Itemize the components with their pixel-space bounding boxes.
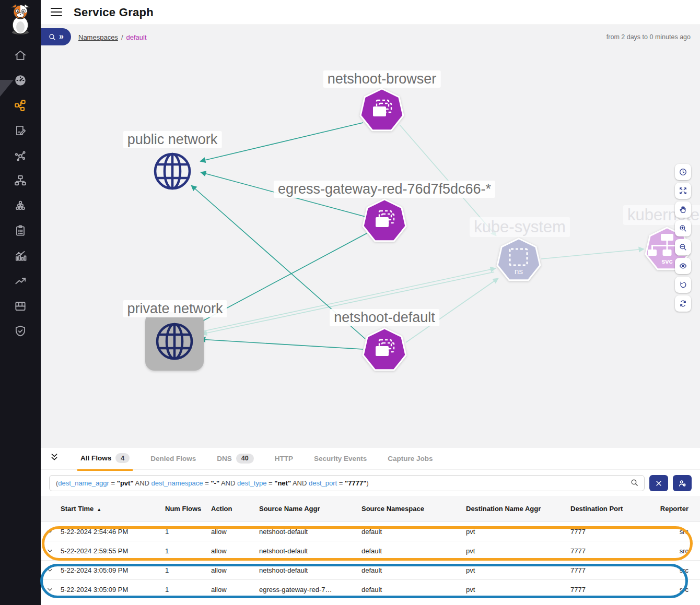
namespace-badge: ns <box>515 267 523 276</box>
undo-icon[interactable] <box>675 277 691 293</box>
tab-denied-flows[interactable]: Denied Flows <box>147 455 199 469</box>
home-icon[interactable] <box>0 43 41 68</box>
tab-dns[interactable]: DNS 40 <box>214 454 256 470</box>
service-graph-canvas[interactable]: » Namespaces/default from 2 days to 0 mi… <box>41 25 700 448</box>
graph-toolbar <box>675 164 691 312</box>
dashboard-icon[interactable] <box>0 68 41 93</box>
row-expand-icon[interactable] <box>41 528 59 535</box>
node-label-netshoot-browser: netshoot-browser <box>323 70 441 88</box>
flow-filter-query: (dest_name_aggr = "pvt" AND dest_namespa… <box>56 479 630 487</box>
row-expand-icon[interactable] <box>41 586 59 593</box>
row-expand-icon[interactable] <box>41 567 59 574</box>
compliance-icon[interactable] <box>0 218 41 243</box>
tab-http[interactable]: HTTP <box>272 455 296 469</box>
flow-filter-input[interactable]: (dest_name_aggr = "pvt" AND dest_namespa… <box>49 475 645 491</box>
service-graph-icon[interactable] <box>0 93 41 118</box>
node-netshoot-browser[interactable] <box>356 85 408 139</box>
top-header: Service Graph <box>41 0 700 25</box>
table-row[interactable]: 5-22-2024 3:05:09 PM 1 allow netshoot-de… <box>41 560 700 579</box>
graph-search-pill[interactable]: » <box>41 28 71 45</box>
policies-icon[interactable] <box>0 118 41 143</box>
flows-table-header: Start Time▲ Num Flows Action Source Name… <box>41 496 700 521</box>
node-label-private-network: private network <box>123 300 227 317</box>
user-settings-button[interactable] <box>673 475 692 491</box>
clock-icon[interactable] <box>675 164 691 180</box>
breadcrumb-namespaces-link[interactable]: Namespaces <box>78 33 118 41</box>
filter-search-icon[interactable] <box>630 478 639 489</box>
visibility-eye-icon[interactable] <box>675 258 691 274</box>
all-flows-count-badge: 4 <box>115 453 130 463</box>
pan-hand-icon[interactable] <box>675 201 691 218</box>
tab-all-flows[interactable]: All Flows 4 <box>77 453 133 471</box>
node-private-network[interactable] <box>151 318 198 367</box>
breadcrumb: Namespaces/default <box>78 33 147 41</box>
col-source-namespace[interactable]: Source Namespace <box>359 502 464 516</box>
node-kube-system[interactable]: ns <box>493 234 545 289</box>
hamburger-menu-icon[interactable] <box>51 8 62 17</box>
table-row[interactable]: 5-22-2024 3:05:09 PM 1 allow egress-gate… <box>41 579 700 599</box>
table-row[interactable]: 5-22-2024 2:59:55 PM 1 allow netshoot-de… <box>41 541 700 560</box>
col-reporter[interactable]: Reporter <box>652 502 700 516</box>
network-topology-icon[interactable] <box>0 168 41 193</box>
archive-icon[interactable] <box>0 293 41 318</box>
node-label-netshoot-default: netshoot-default <box>330 309 439 326</box>
col-dest-port[interactable]: Destination Port <box>568 502 652 516</box>
flows-tabs-bar: All Flows 4 Denied Flows DNS 40 HTTP Sec… <box>41 448 700 470</box>
col-dest-name-aggr[interactable]: Destination Name Aggr <box>464 502 568 516</box>
node-label-kube-system: kube-system <box>470 217 570 237</box>
fit-screen-icon[interactable] <box>675 183 691 199</box>
zoom-out-icon[interactable] <box>675 239 691 255</box>
flow-visualizer-icon[interactable] <box>0 143 41 168</box>
node-label-egress-gateway: egress-gateway-red-76d7f5dc66-* <box>274 181 495 198</box>
search-icon <box>48 33 56 41</box>
tab-security-events[interactable]: Security Events <box>311 455 370 469</box>
col-num-flows[interactable]: Num Flows <box>163 502 209 516</box>
calico-cat-logo <box>5 3 36 35</box>
flow-filter-row: (dest_name_aggr = "pvt" AND dest_namespa… <box>41 470 700 496</box>
table-row[interactable]: 5-22-2024 2:54:46 PM 1 allow netshoot-de… <box>41 521 700 541</box>
flows-panel: All Flows 4 Denied Flows DNS 40 HTTP Sec… <box>41 448 700 605</box>
node-egress-gateway[interactable] <box>358 195 411 250</box>
zoom-in-icon[interactable] <box>675 220 691 236</box>
node-label-public-network: public network <box>123 131 222 148</box>
col-action[interactable]: Action <box>209 502 257 516</box>
col-source-name-aggr[interactable]: Source Name Aggr <box>257 502 359 516</box>
security-shield-icon[interactable] <box>0 318 41 343</box>
node-public-network[interactable] <box>149 148 196 197</box>
globe-icon <box>149 148 196 195</box>
user-gear-icon <box>678 479 686 488</box>
expand-panel-icon: » <box>59 32 64 42</box>
col-start-time[interactable]: Start Time▲ <box>59 502 163 516</box>
collapse-panel-icon[interactable] <box>49 452 62 465</box>
app-sidebar <box>0 0 41 605</box>
sort-asc-icon: ▲ <box>97 507 101 512</box>
time-range-label: from 2 days to 0 minutes ago <box>606 33 691 41</box>
breadcrumb-current: default <box>126 33 147 41</box>
node-netshoot-default[interactable] <box>358 324 411 378</box>
refresh-icon[interactable] <box>675 295 691 312</box>
clear-filter-button[interactable] <box>649 475 668 491</box>
row-expand-icon[interactable] <box>41 548 59 554</box>
close-icon <box>655 479 663 488</box>
page-title: Service Graph <box>74 6 154 19</box>
service-badge: svc <box>661 257 673 265</box>
clusters-icon[interactable] <box>0 193 41 218</box>
tab-capture-jobs[interactable]: Capture Jobs <box>384 455 436 469</box>
globe-icon <box>151 318 198 365</box>
statistics-icon[interactable] <box>0 243 41 268</box>
trends-icon[interactable] <box>0 268 41 293</box>
dns-count-badge: 40 <box>236 454 254 464</box>
